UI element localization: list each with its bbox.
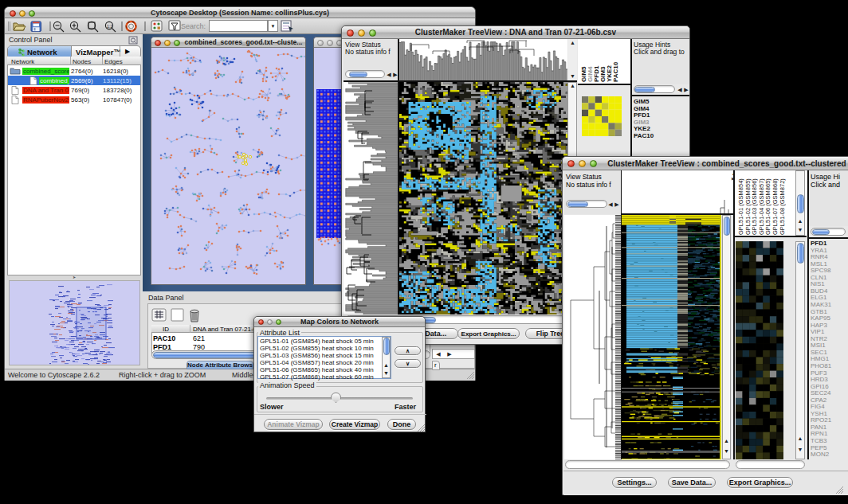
svg-text:1:1: 1:1: [107, 24, 112, 29]
svg-text:Search:: Search:: [181, 22, 206, 30]
